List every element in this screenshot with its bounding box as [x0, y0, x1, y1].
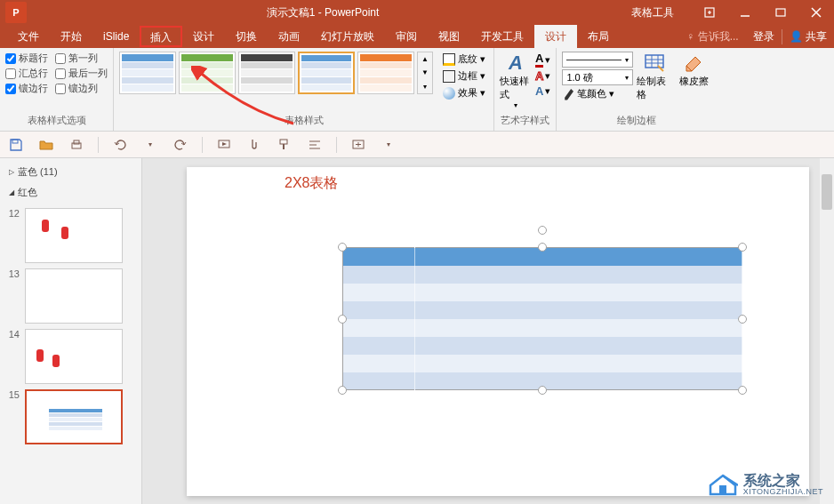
undo-button[interactable]	[111, 136, 129, 154]
scroll-thumb[interactable]	[822, 174, 832, 210]
slide-thumb-14[interactable]: 14	[5, 329, 136, 384]
svg-rect-14	[280, 140, 287, 144]
check-banded-rows[interactable]: 镶边行	[5, 82, 48, 95]
new-slide-button[interactable]	[349, 136, 367, 154]
borders-button[interactable]: 边框 ▾	[440, 68, 488, 84]
tab-view[interactable]: 视图	[428, 25, 470, 48]
check-last-col[interactable]: 最后一列	[55, 67, 108, 80]
group-label: 艺术字样式	[500, 114, 550, 129]
tab-islide[interactable]: iSlide	[92, 25, 140, 48]
format-painter-button[interactable]	[276, 136, 293, 154]
text-fill-button[interactable]: A ▾	[535, 52, 550, 68]
resize-handle-ml[interactable]	[338, 315, 347, 324]
group-draw-borders: ▾ 1.0 磅▾ 笔颜色 ▾ 绘制表格 橡皮擦 绘制边框	[557, 48, 717, 131]
maximize-button[interactable]	[763, 0, 798, 25]
text-fill-icon: A	[535, 52, 543, 68]
resize-handle-bc[interactable]	[538, 386, 547, 395]
close-button[interactable]	[798, 0, 834, 25]
scroll-up-icon[interactable]: ▲	[418, 52, 432, 66]
tab-transitions[interactable]: 切换	[225, 25, 268, 48]
resize-handle-tl[interactable]	[338, 243, 347, 252]
wordart-icon: A	[509, 52, 523, 75]
check-header-row[interactable]: 标题行	[5, 52, 48, 65]
tab-table-design[interactable]: 设计	[534, 25, 577, 48]
table-style-4-selected[interactable]	[298, 52, 355, 94]
quick-print-button[interactable]	[68, 136, 85, 154]
expand-icon[interactable]: ▾	[418, 80, 432, 93]
tab-table-layout[interactable]: 布局	[577, 25, 620, 48]
scroll-down-icon[interactable]: ▼	[418, 66, 432, 79]
align-button[interactable]	[306, 136, 324, 154]
tab-review[interactable]: 审阅	[385, 25, 428, 48]
resize-handle-bl[interactable]	[338, 386, 347, 395]
slide-thumb-12[interactable]: 12	[5, 208, 136, 263]
group-table-style-options: 标题行 第一列 汇总行 最后一列 镶边行 镶边列 表格样式选项	[0, 48, 114, 131]
slide-thumb-13[interactable]: 13	[5, 268, 136, 324]
slide-nav-pane[interactable]: ▷蓝色 (11) ◢红色 12 13 14 15	[0, 158, 142, 504]
bucket-icon	[443, 53, 455, 66]
resize-handle-mr[interactable]	[738, 315, 747, 324]
group-label: 绘制边框	[562, 114, 711, 129]
rotate-handle[interactable]	[538, 226, 547, 235]
selected-table[interactable]	[342, 247, 742, 390]
resize-handle-br[interactable]	[738, 386, 747, 395]
tab-home[interactable]: 开始	[50, 25, 92, 48]
tab-insert[interactable]: 插入	[140, 26, 182, 47]
save-button[interactable]	[7, 136, 25, 154]
from-beginning-button[interactable]	[215, 136, 233, 154]
share-button[interactable]: 👤 共享	[782, 29, 834, 44]
resize-handle-tr[interactable]	[738, 243, 747, 252]
border-icon	[443, 70, 455, 83]
table-style-1[interactable]	[119, 52, 176, 94]
vertical-scrollbar[interactable]	[820, 158, 834, 504]
tell-me[interactable]: ♀ 告诉我...	[679, 29, 745, 44]
titlebar: P 演示文稿1 - PowerPoint 表格工具	[0, 0, 834, 25]
ribbon-options-button[interactable]	[692, 0, 727, 25]
slide-annotation: 2X8表格	[285, 174, 338, 193]
text-outline-button[interactable]: A ▾	[535, 69, 550, 83]
redo-button[interactable]	[172, 136, 189, 154]
resize-handle-tc[interactable]	[538, 243, 547, 252]
window-controls	[692, 0, 834, 25]
pen-color-button[interactable]: 笔颜色 ▾	[562, 87, 633, 100]
check-banded-cols[interactable]: 镶边列	[55, 82, 108, 95]
section-blue[interactable]: ▷蓝色 (11)	[4, 162, 138, 182]
section-red[interactable]: ◢红色	[4, 182, 138, 203]
draw-table-button[interactable]: 绘制表格	[637, 52, 672, 101]
watermark-title: 系统之家	[743, 473, 823, 489]
pen-weight-select[interactable]: 1.0 磅▾	[562, 69, 633, 85]
effects-button[interactable]: 效果 ▾	[440, 85, 488, 100]
pen-icon	[562, 88, 574, 100]
table-style-2[interactable]	[179, 52, 236, 94]
open-button[interactable]	[37, 136, 55, 154]
table-2x8[interactable]	[342, 247, 742, 390]
group-label: 表格样式	[119, 114, 488, 129]
table-style-5[interactable]	[357, 52, 414, 94]
check-first-col[interactable]: 第一列	[55, 52, 108, 65]
minimize-button[interactable]	[727, 0, 763, 25]
touch-mode-button[interactable]	[245, 136, 263, 154]
tab-developer[interactable]: 开发工具	[470, 25, 534, 48]
text-effects-button[interactable]: A ▾	[535, 84, 550, 98]
tab-design[interactable]: 设计	[182, 25, 225, 48]
watermark: 系统之家 XITONGZHIJIA.NET	[708, 473, 823, 497]
slide[interactable]: 2X8表格	[187, 167, 809, 496]
slide-thumb-15[interactable]: 15	[5, 389, 136, 444]
shading-button[interactable]: 底纹 ▾	[440, 52, 488, 67]
context-tab-table-tools[interactable]: 表格工具	[613, 0, 692, 25]
dropdown-icon[interactable]: ▾	[141, 136, 159, 154]
tab-slideshow[interactable]: 幻灯片放映	[310, 25, 385, 48]
quick-styles-button[interactable]: A快速样式▾	[500, 52, 532, 94]
eraser-icon	[683, 52, 704, 73]
login-button[interactable]: 登录	[746, 29, 782, 44]
tab-animations[interactable]: 动画	[268, 25, 310, 48]
gallery-more[interactable]: ▲▼▾	[417, 52, 433, 94]
table-style-3[interactable]	[238, 52, 295, 94]
slide-canvas-area[interactable]: 2X8表格	[142, 158, 834, 504]
pen-style-select[interactable]: ▾	[562, 52, 633, 68]
tab-file[interactable]: 文件	[7, 25, 50, 48]
group-wordart: A快速样式▾ A ▾ A ▾ A ▾ 艺术字样式	[494, 48, 557, 131]
eraser-button[interactable]: 橡皮擦	[676, 52, 711, 88]
check-total-row[interactable]: 汇总行	[5, 67, 48, 80]
dropdown-icon[interactable]: ▾	[380, 136, 397, 154]
